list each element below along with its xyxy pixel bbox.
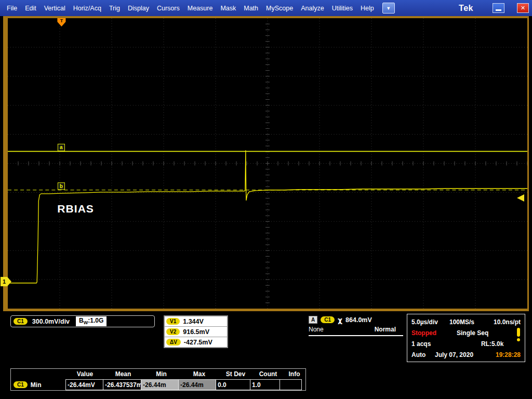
sample-rate: 100MS/s <box>449 318 474 326</box>
trigger-level-value: 864.0mV <box>345 316 372 324</box>
bandwidth-readout: BW:1.0G <box>76 316 107 326</box>
trigger-type: Normal <box>375 326 396 333</box>
menu-item-vertical[interactable]: Vertical <box>41 3 69 14</box>
cell-mean: -26.437537m <box>103 379 141 390</box>
measurement-row-label: C1 Min <box>11 379 66 390</box>
trigger-a-badge: A <box>309 316 317 324</box>
trigger-mode-row: None Normal <box>309 326 403 333</box>
header-value: Value <box>66 370 104 378</box>
record-length: RL:5.0k <box>481 340 503 348</box>
cell-max: -26.44m <box>178 379 216 390</box>
close-button[interactable]: ✕ <box>517 3 529 13</box>
acq-status-row: Stopped Single Seq <box>411 327 521 338</box>
header-min: Min <box>142 370 180 378</box>
trigger-mode: None <box>309 326 324 333</box>
menu-item-cursors[interactable]: Cursors <box>153 3 183 14</box>
sample-resolution: 10.0ns/pt <box>494 318 521 326</box>
cursor-v2-row: V2 916.5mV <box>165 327 227 337</box>
cursor-v2-value: 916.5mV <box>183 328 209 336</box>
cell-info <box>280 379 302 390</box>
trig-mode-auto: Auto <box>411 351 435 358</box>
tek-logo: Tek <box>459 4 473 13</box>
menu-item-measure[interactable]: Measure <box>184 3 217 14</box>
cell-stdev: 0.0 <box>216 379 250 390</box>
cursor-delta-value: -427.5mV <box>184 339 212 346</box>
measurement-source-badge: C1 <box>14 381 28 388</box>
acq-mode: Single Seq <box>457 329 488 337</box>
cursor-v2-badge: V2 <box>166 328 180 335</box>
channel-1-badge: C1 <box>14 318 28 325</box>
timebase-row: 5.0µs/div 100MS/s 10.0ns/pt <box>411 316 521 327</box>
menu-item-display[interactable]: Display <box>124 3 153 14</box>
measurement-name: Min <box>31 381 42 389</box>
menu-item-math[interactable]: Math <box>240 3 262 14</box>
channel-1-readout[interactable]: C1 300.0mV/div BW:1.0G <box>10 315 155 327</box>
acq-count: 1 acqs <box>411 340 481 348</box>
minimize-icon <box>496 9 501 11</box>
warning-icon-bar <box>517 328 520 337</box>
cursor-delta-badge: ΔV <box>166 339 181 345</box>
cursor-v1-value: 1.344V <box>183 318 204 325</box>
trigger-readout-row: A C1 χ 864.0mV <box>309 315 403 325</box>
acquisition-panel: 5.0µs/div 100MS/s 10.0ns/pt Stopped Sing… <box>407 314 525 362</box>
measurement-table: Value Mean Min Max St Dev Count Info C1 … <box>10 368 306 391</box>
cursor-b-label: b <box>60 183 63 189</box>
trigger-level-marker[interactable] <box>517 194 524 202</box>
header-count: Count <box>253 370 283 378</box>
warning-icon <box>517 328 520 341</box>
cursor-readout-panel: V1 1.344V V2 916.5mV ΔV -427.5mV <box>164 315 228 348</box>
cursor-delta-row: ΔV -427.5mV <box>165 337 227 347</box>
menu-item-analyze[interactable]: Analyze <box>297 3 327 14</box>
chevron-down-icon: ▼ <box>386 6 391 11</box>
minimize-button[interactable] <box>493 3 504 13</box>
warning-icon-dot <box>517 338 520 341</box>
menu-item-trig[interactable]: Trig <box>105 3 124 14</box>
trigger-readout-panel[interactable]: A C1 χ 864.0mV None Normal <box>309 315 403 336</box>
cursor-v1-badge: V1 <box>166 318 180 325</box>
cell-min: -26.44m <box>141 379 179 390</box>
oscilloscope-app: { "menu": { "items": ["File","Edit","Ver… <box>0 0 532 399</box>
bw-prefix: B <box>79 317 84 324</box>
menu-dropdown-button[interactable]: ▼ <box>382 3 395 14</box>
acq-status: Stopped <box>411 329 457 337</box>
menu-item-myscope[interactable]: MyScope <box>262 3 297 14</box>
menu-item-edit[interactable]: Edit <box>21 3 40 14</box>
bw-value: :1.0G <box>88 317 103 324</box>
graticule-frame: abTRBIAS <box>3 16 529 311</box>
channel-1-scale: 300.0mV/div <box>32 318 70 325</box>
cell-value: -26.44mV <box>65 379 103 390</box>
bw-subscript: W <box>84 321 88 326</box>
menu-item-help[interactable]: Help <box>357 3 378 14</box>
header-mean: Mean <box>104 370 142 378</box>
menu-item-utilities[interactable]: Utilities <box>328 3 356 14</box>
header-info: Info <box>283 370 305 378</box>
measurement-row[interactable]: C1 Min -26.44mV -26.437537m -26.44m -26.… <box>11 379 305 390</box>
cell-count: 1.0 <box>250 379 280 390</box>
cursor-v1-row: V1 1.344V <box>165 316 227 327</box>
header-max: Max <box>180 370 218 378</box>
cursor-a-label: a <box>60 144 63 150</box>
date-display: July 07, 2020 <box>435 351 473 358</box>
acq-datetime-row: Auto July 07, 2020 19:28:28 <box>411 349 521 360</box>
menu-item-mask[interactable]: Mask <box>217 3 240 14</box>
timebase-scale: 5.0µs/div <box>411 318 449 326</box>
trigger-slope-icon: χ <box>338 316 342 324</box>
trigger-source-badge: C1 <box>321 316 335 323</box>
clock-display: 19:28:28 <box>496 351 521 358</box>
header-stdev: St Dev <box>218 370 253 378</box>
trigger-position-label: T <box>60 18 63 23</box>
close-icon: ✕ <box>521 5 525 11</box>
measurement-header-row: Value Mean Min Max St Dev Count Info <box>11 369 305 379</box>
acq-count-row: 1 acqs RL:5.0k <box>411 338 521 349</box>
menu-item-horiz-acq[interactable]: Horiz/Acq <box>70 3 105 14</box>
waveform-display: abTRBIAS <box>8 18 527 309</box>
menu-bar: File Edit Vertical Horiz/Acq Trig Displa… <box>0 0 532 16</box>
rbias-annotation: RBIAS <box>57 203 94 215</box>
menu-item-file[interactable]: File <box>3 3 21 14</box>
